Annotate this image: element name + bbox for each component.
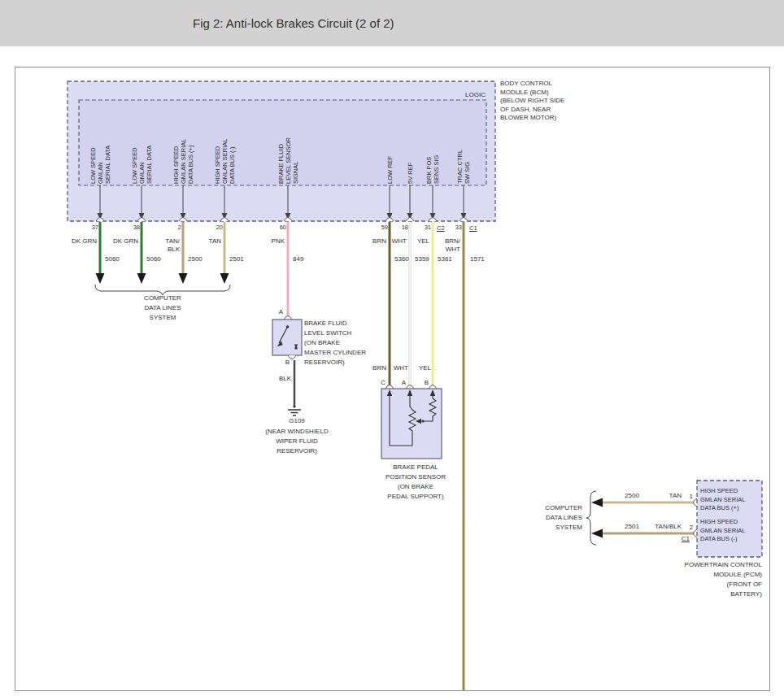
- pcm-connector-bumps: [694, 498, 698, 537]
- pcm-connector-c1-label: C1: [677, 535, 690, 543]
- sensor-pin-b-label: B: [419, 379, 429, 387]
- ground-id-label: G109: [248, 417, 346, 425]
- pcm-pin-2-number: 2: [683, 524, 693, 532]
- pcm-pin-1-number: 1: [683, 493, 693, 501]
- pcm-circuit-2501: 2501: [620, 523, 644, 531]
- bcm-pin-33-function: TRAC CTRL SW SIG: [456, 150, 471, 184]
- pcm-pin-1-function: HIGH SPEED GMLAN SERIAL DATA BUS (+): [700, 487, 745, 513]
- bcm-pin-37-function: LOW SPEED GMLAN SERIAL DATA: [89, 146, 111, 184]
- pcm-wire1-color-label: TAN: [654, 492, 682, 500]
- sensor-pin-c-label: C: [376, 379, 385, 387]
- circuit-5060-b: 5060: [146, 255, 161, 263]
- bcm-pin-38-number: 38: [124, 224, 140, 232]
- bcm-pin-20-number: 20: [207, 224, 223, 232]
- bcm-pin-59-number: 59: [372, 224, 388, 232]
- diagram-page: Fig 2: Anti-lock Brakes Circuit (2 of 2): [0, 0, 784, 696]
- wire-31-color-label: YEL: [402, 237, 429, 246]
- pcm-wire2-color-label: TAN/BLK: [647, 523, 682, 531]
- pcm-name-label: POWERTRAIN CONTROL MODULE (PCM) (FRONT O…: [664, 560, 762, 599]
- computer-data-lines-label: COMPUTER DATA LINES SYSTEM: [130, 294, 195, 323]
- sensor-wire-yel-label: YEL: [407, 364, 431, 372]
- pedal-sensor-name: BRAKE PEDAL POSITION SENSOR (ON BRAKE PE…: [370, 463, 461, 502]
- pcm-circuit-2500: 2500: [620, 492, 644, 500]
- circuit-849: 849: [293, 255, 303, 263]
- bcm-pin-20-function: HIGH SPEED GMLAN SERIAL DATA BUS (-): [214, 139, 236, 184]
- bcm-pin-18-number: 18: [392, 224, 408, 232]
- bcm-pin-37-number: 37: [82, 224, 98, 232]
- wire-blk-color-label: BLK: [275, 375, 291, 383]
- bcm-pin-2-number: 2: [165, 224, 181, 232]
- switch-top-bump: [284, 316, 292, 320]
- bcm-connector-c2-label: C2: [437, 224, 445, 233]
- circuit-2500: 2500: [188, 255, 203, 263]
- bcm-pin-38-function: LOW SPEED GMLAN SERIAL DATA: [131, 146, 153, 184]
- bcm-pin-31-number: 31: [415, 224, 431, 232]
- sensor-wire-brn-label: BRN: [362, 364, 386, 372]
- wire-33-color-label: BRN/ WHT: [433, 237, 460, 254]
- bcm-name-label: BODY CONTROL MODULE (BCM) (BELOW RIGHT S…: [500, 80, 564, 123]
- bcm-pin-59-function: LOW REF: [386, 156, 394, 184]
- fluid-switch-box: [272, 320, 302, 355]
- bcm-logic-label: LOGIC: [453, 91, 486, 99]
- data-line-arrowheads: [96, 273, 229, 284]
- ground-symbol: [288, 405, 301, 415]
- sensor-wire-wht-label: WHT: [384, 364, 408, 372]
- sensor-top-bumps: [385, 385, 437, 389]
- circuit-5360: 5360: [394, 255, 409, 263]
- pcm-group-brace: [586, 491, 596, 545]
- bcm-pin-18-function: 5V REF: [407, 163, 414, 184]
- wire-20-color-label: TAN: [194, 237, 221, 246]
- bcm-pin-31-function: BRK POS SENS SIG: [425, 155, 440, 184]
- sensor-pin-a-label: A: [396, 379, 406, 387]
- circuit-1571: 1571: [470, 255, 485, 263]
- wire-38-color-label: DK GRN: [111, 237, 138, 246]
- bcm-connector-c1-label: C1: [469, 224, 477, 233]
- wire-60-color-label: PNK: [257, 237, 285, 246]
- bcm-pin-33-number: 33: [446, 224, 462, 232]
- bcm-pin-2-function: HIGH SPEED GMLAN SERIAL DATA BUS (+): [172, 139, 194, 184]
- circuit-5359: 5359: [415, 255, 429, 263]
- switch-pin-b-label: B: [280, 359, 290, 367]
- circuit-5060-a: 5060: [105, 255, 120, 263]
- bcm-pin-60-function: BRAKE FLUID LEVEL SENSOR SIGNAL: [277, 137, 299, 184]
- switch-pin-a-label: A: [273, 308, 283, 316]
- circuit-5361: 5361: [438, 255, 452, 263]
- wire-37-color-label: DK GRN: [69, 237, 97, 246]
- pcm-group-label: COMPUTER DATA LINES SYSTEM: [525, 503, 582, 533]
- bcm-pin-60-number: 60: [270, 224, 286, 232]
- ground-location-label: (NEAR WINDSHIELD WIPER FLUID RESERVOIR): [248, 427, 346, 456]
- pcm-wire-arrowheads: [591, 498, 603, 538]
- fluid-switch-name: BRAKE FLUID LEVEL SWITCH (ON BRAKE MASTE…: [304, 319, 366, 368]
- wire-2-color-label: TAN/ BLK: [152, 237, 180, 254]
- circuit-2501: 2501: [229, 255, 244, 263]
- pcm-pin-2-function: HIGH SPEED GMLAN SERIAL DATA BUS (-): [700, 518, 745, 544]
